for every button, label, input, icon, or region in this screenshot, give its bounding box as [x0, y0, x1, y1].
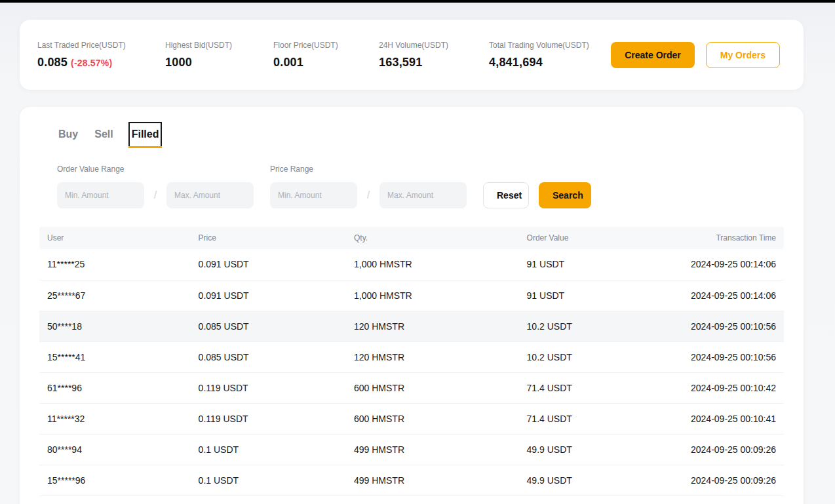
cell-user: 11*****32 [39, 403, 191, 434]
order-value-min-input[interactable] [57, 182, 144, 208]
cell-order-value: 49.9 USDT [519, 434, 683, 465]
stat-label: Total Trading Volume(USDT) [489, 41, 611, 50]
tab-sell[interactable]: Sell [93, 122, 114, 147]
stat-value: 163,591 [379, 56, 489, 69]
cell-order-value: 91 USDT [519, 280, 683, 311]
table-row: 11*****32 0.119 USDT 600 HMSTR 71.4 USDT… [39, 403, 784, 434]
cell-order-value: 10.2 USDT [519, 341, 683, 372]
range-separator: / [144, 189, 166, 201]
table-body: 11*****25 0.091 USDT 1,000 HMSTR 91 USDT… [39, 249, 784, 495]
column-header-user: User [39, 227, 191, 249]
orders-card: Buy Sell Filled Order Value Range / Pric… [20, 107, 804, 504]
stat-label: Last Traded Price(USDT) [37, 41, 165, 50]
filled-orders-table: User Price Qty. Order Value Transaction … [39, 227, 784, 496]
order-value-max-input[interactable] [166, 182, 254, 208]
price-change-badge: (-28.57%) [71, 58, 112, 68]
reset-button[interactable]: Reset [483, 182, 529, 208]
window-top-edge [0, 0, 835, 3]
cell-price: 0.091 USDT [191, 280, 346, 311]
cell-user: 80****94 [39, 434, 191, 465]
cell-user: 15*****96 [39, 465, 191, 495]
table-row: 61****96 0.119 USDT 600 HMSTR 71.4 USDT … [39, 372, 784, 403]
cell-transaction-time: 2024-09-25 00:14:06 [682, 280, 784, 311]
price-range-inputs: / [270, 182, 467, 208]
filter-bar: Order Value Range / Price Range / Reset … [57, 165, 784, 208]
cell-price: 0.085 USDT [191, 311, 346, 341]
table-row: 11*****25 0.091 USDT 1,000 HMSTR 91 USDT… [39, 249, 784, 280]
cell-qty: 1,000 HMSTR [346, 249, 519, 280]
cell-transaction-time: 2024-09-25 00:14:06 [682, 249, 784, 280]
cell-price: 0.1 USDT [191, 434, 346, 465]
table-header: User Price Qty. Order Value Transaction … [39, 227, 784, 249]
cell-qty: 600 HMSTR [346, 372, 519, 403]
stat-floor-price: Floor Price(USDT) 0.001 [273, 41, 379, 69]
stat-value: 0.001 [273, 56, 379, 69]
stat-label: Floor Price(USDT) [273, 41, 379, 50]
cell-price: 0.085 USDT [191, 341, 346, 372]
cell-qty: 1,000 HMSTR [346, 280, 519, 311]
cell-qty: 120 HMSTR [346, 311, 519, 341]
stat-24h-volume: 24H Volume(USDT) 163,591 [379, 41, 489, 69]
column-header-price: Price [191, 227, 346, 249]
cell-transaction-time: 2024-09-25 00:10:56 [682, 311, 784, 341]
table-row: 15*****41 0.085 USDT 120 HMSTR 10.2 USDT… [39, 341, 784, 372]
cell-qty: 600 HMSTR [346, 403, 519, 434]
tab-buy[interactable]: Buy [57, 122, 79, 147]
cell-user: 25*****67 [39, 280, 191, 311]
cell-user: 15*****41 [39, 341, 191, 372]
stat-last-traded-price: Last Traded Price(USDT) 0.085(-28.57%) [37, 41, 165, 69]
stat-total-trading-volume: Total Trading Volume(USDT) 4,841,694 [489, 41, 611, 69]
header-actions: Create Order My Orders [611, 42, 780, 68]
column-header-qty: Qty. [346, 227, 519, 249]
search-button[interactable]: Search [539, 182, 591, 208]
stat-value: 4,841,694 [489, 56, 611, 69]
stat-value: 0.085(-28.57%) [37, 56, 165, 69]
cell-transaction-time: 2024-09-25 00:09:26 [682, 434, 784, 465]
cell-order-value: 91 USDT [519, 249, 683, 280]
cell-price: 0.119 USDT [191, 372, 346, 403]
price-max-input[interactable] [379, 182, 467, 208]
price-min-input[interactable] [270, 182, 357, 208]
cell-qty: 499 HMSTR [346, 434, 519, 465]
cell-price: 0.119 USDT [191, 403, 346, 434]
order-value-range-group: Order Value Range / [57, 165, 254, 208]
price-range-label: Price Range [270, 165, 467, 174]
market-stats-card: Last Traded Price(USDT) 0.085(-28.57%) H… [20, 20, 804, 90]
stat-value: 1000 [165, 56, 273, 69]
table-row: 50****18 0.085 USDT 120 HMSTR 10.2 USDT … [39, 311, 784, 341]
cell-qty: 499 HMSTR [346, 465, 519, 495]
my-orders-button[interactable]: My Orders [706, 42, 780, 68]
cell-order-value: 10.2 USDT [519, 311, 683, 341]
price-range-group: Price Range / [270, 165, 467, 208]
column-header-order-value: Order Value [519, 227, 683, 249]
cell-price: 0.1 USDT [191, 465, 346, 495]
column-header-transaction-time: Transaction Time [682, 227, 784, 249]
create-order-button[interactable]: Create Order [611, 42, 695, 68]
cell-order-value: 49.9 USDT [519, 465, 683, 495]
cell-qty: 120 HMSTR [346, 341, 519, 372]
cell-transaction-time: 2024-09-25 00:10:56 [682, 341, 784, 372]
table-row: 25*****67 0.091 USDT 1,000 HMSTR 91 USDT… [39, 280, 784, 311]
order-value-range-label: Order Value Range [57, 165, 254, 174]
table-row: 15*****96 0.1 USDT 499 HMSTR 49.9 USDT 2… [39, 465, 784, 495]
cell-user: 11*****25 [39, 249, 191, 280]
range-separator: / [357, 189, 379, 201]
cell-price: 0.091 USDT [191, 249, 346, 280]
tab-filled[interactable]: Filled [128, 122, 163, 146]
cell-user: 61****96 [39, 372, 191, 403]
cell-order-value: 71.4 USDT [519, 372, 683, 403]
order-tabs: Buy Sell Filled [57, 122, 784, 152]
cell-order-value: 71.4 USDT [519, 403, 683, 434]
cell-transaction-time: 2024-09-25 00:10:42 [682, 372, 784, 403]
cell-transaction-time: 2024-09-25 00:09:26 [682, 465, 784, 495]
last-price-value: 0.085 [37, 56, 68, 69]
cell-transaction-time: 2024-09-25 00:10:41 [682, 403, 784, 434]
table-row: 80****94 0.1 USDT 499 HMSTR 49.9 USDT 20… [39, 434, 784, 465]
stat-label: Highest Bid(USDT) [165, 41, 273, 50]
cell-user: 50****18 [39, 311, 191, 341]
stat-label: 24H Volume(USDT) [379, 41, 489, 50]
order-value-range-inputs: / [57, 182, 254, 208]
stat-highest-bid: Highest Bid(USDT) 1000 [165, 41, 273, 69]
